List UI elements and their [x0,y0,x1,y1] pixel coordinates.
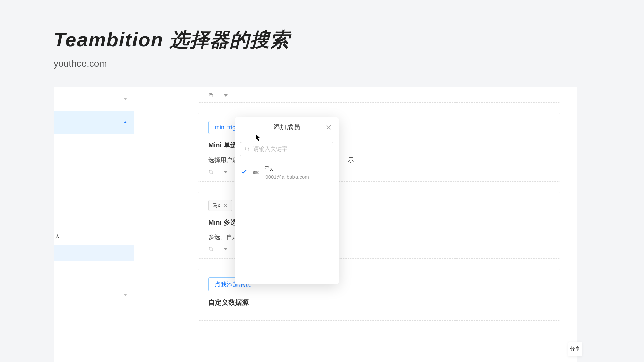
tag-remove-icon[interactable]: ✕ [224,203,228,208]
chevron-down-icon[interactable] [224,171,228,173]
copy-icon[interactable] [208,169,214,175]
svg-rect-0 [210,94,213,97]
member-name: 马x [264,165,309,173]
cursor-icon [256,134,261,139]
search-box[interactable] [240,142,333,156]
svg-rect-1 [210,171,213,174]
share-label: 分享 [570,346,580,353]
close-icon[interactable] [325,124,332,131]
member-avatar: 抱歉 [252,170,260,175]
copy-icon[interactable] [208,93,214,98]
chevron-down-icon[interactable] [224,94,228,97]
page-title: Teambition 选择器的搜索 [54,27,290,53]
sidebar-highlighted-row[interactable] [54,245,134,261]
caret-down-icon [124,98,127,100]
sidebar: 人 [54,87,134,362]
svg-line-6 [248,150,249,151]
svg-rect-2 [210,248,213,251]
section-label-custom-source: 自定义数据源 [208,298,550,307]
page-subtitle: youthce.com [54,58,290,69]
check-icon [240,168,248,177]
copy-icon[interactable] [208,246,214,252]
code-action-row [208,93,550,98]
search-icon [245,146,250,152]
caret-down-icon [124,294,127,296]
popover-title: 添加成员 [273,123,300,132]
sidebar-collapse-item-1[interactable] [54,87,134,111]
member-result-row[interactable]: 抱歉 马x i0001@alibaba.com [235,161,339,184]
tag-chip[interactable]: 马x ✕ [208,200,232,211]
share-tab[interactable]: 分享 [568,342,582,356]
popover-header: 添加成员 [235,117,339,137]
sidebar-collapse-item-3[interactable] [54,283,134,307]
svg-point-5 [245,147,248,150]
caret-up-icon [124,121,127,123]
section-partial-top [198,87,560,103]
member-email: i0001@alibaba.com [264,174,309,180]
sidebar-text-row[interactable]: 人 [54,228,134,245]
search-wrap [235,137,339,161]
chevron-down-icon[interactable] [224,248,228,250]
content-area: mini trigger Mini 单选 选择用户后立即 示 马x ✕ Mini… [134,87,577,362]
add-member-popover: 添加成员 抱歉 马x i0001@alibaba.com [235,117,339,284]
sidebar-collapse-item-2-active[interactable] [54,111,134,134]
search-input[interactable] [253,146,329,153]
tag-chip-label: 马x [213,202,220,209]
